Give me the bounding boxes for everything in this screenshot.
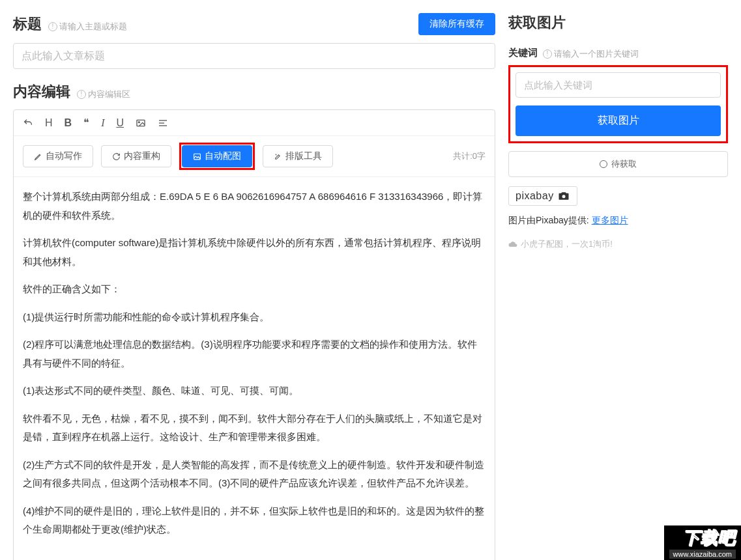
paragraph: (2)生产方式不同的软件是开发，是人类智能的高发挥，而不是传统意义上的硬件制造。… bbox=[23, 456, 486, 493]
paragraph: (2)程序可以满意地处理信息的数据结构。(3)说明程序功能要求和程序需要的文档的… bbox=[23, 335, 486, 372]
side-title: 获取图片 bbox=[508, 13, 728, 33]
clear-cache-button[interactable]: 清除所有缓存 bbox=[418, 13, 495, 35]
editor-heading: 内容编辑 bbox=[13, 82, 70, 102]
cloud-icon bbox=[508, 240, 517, 249]
credit-line: 图片由Pixabay提供: 更多图片 bbox=[508, 215, 728, 227]
keyword-input[interactable] bbox=[516, 72, 721, 98]
editor-content[interactable]: 整个计算机系统由两部分组成：E.69DA 5 E 6 BA 9062616964… bbox=[14, 177, 495, 560]
auto-image-button[interactable]: 自动配图 bbox=[182, 145, 252, 167]
refresh-icon bbox=[112, 152, 121, 161]
pending-button[interactable]: 待获取 bbox=[508, 151, 728, 177]
italic-icon[interactable]: I bbox=[101, 117, 104, 129]
article-title-input[interactable] bbox=[13, 43, 495, 69]
more-images-link[interactable]: 更多图片 bbox=[592, 215, 628, 225]
keyword-highlight-box: 获取图片 bbox=[508, 65, 728, 143]
restructure-button[interactable]: 内容重构 bbox=[101, 145, 171, 167]
camera-icon bbox=[557, 189, 570, 203]
title-hint: ! 请输入主题或标题 bbox=[48, 21, 127, 33]
paragraph: 软件看不见，无色，枯燥，看不见，摸不到，闻不到。软件大部分存在于人们的头脑或纸上… bbox=[23, 410, 486, 447]
info-icon: ! bbox=[543, 49, 552, 59]
auto-image-highlight: 自动配图 bbox=[179, 143, 255, 170]
main-column: 标题 ! 请输入主题或标题 清除所有缓存 内容编辑 ! 内容编辑区 bbox=[0, 0, 502, 560]
format-toolbar: H B ❝ I U bbox=[14, 110, 495, 136]
keyword-label: 关键词 bbox=[508, 47, 538, 59]
title-heading: 标题 bbox=[13, 14, 42, 34]
svg-point-6 bbox=[562, 195, 565, 198]
info-icon: ! bbox=[77, 90, 86, 99]
paragraph: 软件的正确含义如下： bbox=[23, 280, 486, 299]
svg-point-1 bbox=[138, 121, 139, 122]
undo-icon[interactable] bbox=[23, 118, 33, 128]
layout-tool-button[interactable]: 排版工具 bbox=[263, 145, 333, 167]
auto-write-button[interactable]: 自动写作 bbox=[23, 145, 93, 167]
title-section-header: 标题 ! 请输入主题或标题 清除所有缓存 bbox=[13, 13, 495, 35]
fetch-image-button[interactable]: 获取图片 bbox=[516, 105, 721, 136]
editor-box: H B ❝ I U 自动写作 内容重构 bbox=[13, 109, 495, 560]
editor-hint: ! 内容编辑区 bbox=[77, 89, 130, 100]
tools-icon bbox=[274, 152, 282, 161]
editor-section-header: 内容编辑 ! 内容编辑区 bbox=[13, 82, 495, 102]
paragraph: (1)表达形式不同的硬件类型、颜色、味道、可见、可摸、可闻。 bbox=[23, 382, 486, 400]
quote-icon[interactable]: ❝ bbox=[83, 117, 89, 129]
heading-icon[interactable]: H bbox=[45, 117, 53, 129]
keyword-label-row: 关键词 ! 请输入一个图片关键词 bbox=[508, 47, 728, 60]
action-toolbar: 自动写作 内容重构 自动配图 排版工具 共计:0字 bbox=[14, 136, 495, 177]
keyword-hint: ! 请输入一个图片关键词 bbox=[543, 48, 639, 60]
paragraph: 计算机软件(computer software)是指计算机系统中除硬件以外的所有… bbox=[23, 234, 486, 271]
watermark: 下载吧 www.xiazaiba.com bbox=[664, 525, 741, 560]
align-left-icon[interactable] bbox=[158, 118, 168, 128]
paragraph: 整个计算机系统由两部分组成：E.69DA 5 E 6 BA 9062616964… bbox=[23, 188, 486, 225]
underline-icon[interactable]: U bbox=[116, 117, 124, 129]
side-column: 获取图片 关键词 ! 请输入一个图片关键词 获取图片 待获取 pixabay 图… bbox=[502, 0, 741, 560]
bottom-hint: 小虎子配图，一次1淘币! bbox=[508, 238, 728, 250]
picture-icon bbox=[193, 152, 201, 161]
image-icon[interactable] bbox=[136, 118, 146, 128]
pencil-icon bbox=[34, 152, 42, 161]
word-count: 共计:0字 bbox=[453, 150, 486, 162]
info-icon: ! bbox=[48, 22, 57, 31]
pixabay-badge: pixabay bbox=[508, 186, 577, 206]
circle-icon bbox=[600, 160, 607, 168]
paragraph: (4)维护不同的硬件是旧的，理论上软件是旧的，并不坏，但实际上软件也是旧的和坏的… bbox=[23, 502, 486, 539]
paragraph: (1)提供运行时所需功能和性能的命令或计算机程序集合。 bbox=[23, 308, 486, 327]
bold-icon[interactable]: B bbox=[65, 117, 72, 129]
